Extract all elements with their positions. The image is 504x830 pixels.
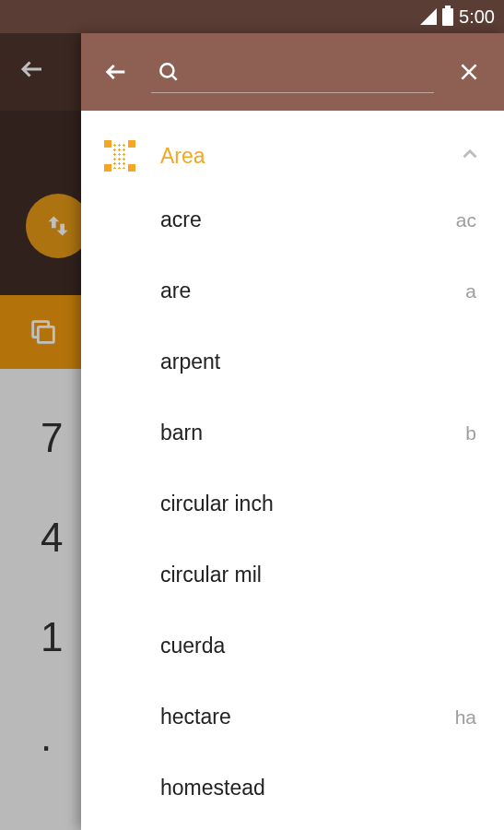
unit-abbr: ha [455,706,476,729]
category-row-area[interactable]: Area [81,127,504,184]
unit-row[interactable]: cuerda [81,611,504,682]
unit-name: hectare [160,705,455,729]
arrow-left-icon [103,59,129,85]
svg-line-2 [171,75,176,79]
unit-list: acreacareaarpentbarnbcircular inchcircul… [81,184,504,830]
unit-abbr: ac [456,209,476,231]
unit-abbr: b [465,422,476,445]
svg-point-1 [160,64,173,77]
unit-row[interactable]: hectareha [81,682,504,753]
unit-name: are [160,279,465,303]
search-input[interactable] [151,51,434,93]
unit-row[interactable]: area [81,255,504,326]
category-label: Area [142,144,458,169]
unit-abbr: a [465,280,476,302]
unit-name: barn [160,421,465,445]
unit-row[interactable]: arpent [81,326,504,397]
unit-drawer: Area acreacareaarpentbarnbcircular inchc… [81,33,504,830]
unit-row[interactable]: homestead [81,753,504,824]
unit-row[interactable]: barnb [81,397,504,468]
clear-button[interactable] [451,53,487,90]
search-icon [157,60,181,84]
battery-icon [442,8,453,26]
unit-row[interactable]: acreac [81,184,504,255]
unit-name: circular inch [160,492,476,516]
unit-name: arpent [160,350,476,374]
unit-row[interactable]: plaza [81,824,504,830]
unit-row[interactable]: circular inch [81,468,504,540]
unit-name: acre [160,208,456,232]
unit-name: cuerda [160,634,476,658]
close-icon [457,60,481,84]
unit-name: circular mil [160,563,476,587]
drawer-body: Area acreacareaarpentbarnbcircular inchc… [81,111,504,830]
drawer-back-button[interactable] [98,53,135,90]
status-time: 5:00 [459,6,495,28]
unit-row[interactable]: circular mil [81,540,504,611]
chevron-up-icon [458,142,482,170]
area-icon [98,140,142,172]
unit-name: homestead [160,776,476,800]
status-bar: 5:00 [0,0,504,33]
signal-icon [420,8,437,25]
drawer-header [81,33,504,111]
